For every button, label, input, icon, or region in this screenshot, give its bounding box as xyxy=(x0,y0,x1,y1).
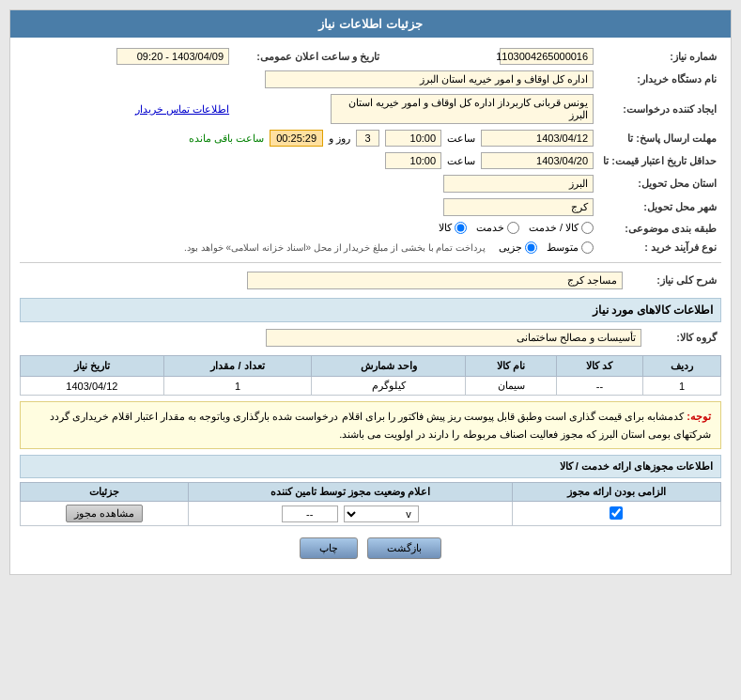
radio-kala-khedmat-input[interactable] xyxy=(581,222,594,234)
category-label: طبقه بندی موضوعی: xyxy=(598,219,721,239)
col-supplier-status: اعلام وضعیت مجوز توسط تامین کننده xyxy=(188,483,512,502)
validity-time: 10:00 xyxy=(385,152,441,169)
goods-table-head: ردیف کد کالا نام کالا واحد شمارش تعداد /… xyxy=(21,356,721,377)
radio-kala-khedmat-label: کالا / خدمت xyxy=(529,222,579,234)
col-name: نام کالا xyxy=(466,356,557,377)
page-title: جزئیات اطلاعات نیاز xyxy=(318,17,422,31)
row-city: شهر محل تحویل: کرج xyxy=(20,195,721,219)
content-area: شماره نیاز: 1103004265000016 تاریخ و ساع… xyxy=(10,38,731,574)
details-cell: مشاهده مجوز xyxy=(21,502,189,526)
radio-kala-input[interactable] xyxy=(455,222,467,234)
radio-khedmat-label: خدمت xyxy=(476,222,504,234)
row-creator: ایجاد کننده درخواست: یونس قربانی کاربردا… xyxy=(20,91,721,127)
service-header-row: الزامی بودن ارائه مجوز اعلام وضعیت مجوز … xyxy=(21,483,721,502)
goods-info-title: اطلاعات کالاهای مورد نیاز xyxy=(20,298,721,322)
process-radio-group: متوسط جزیی xyxy=(499,241,594,254)
service-table-body: v -- مشاهده مجوز xyxy=(21,502,721,526)
note-text: کدمشابه برای قیمت گذاری است وطبق قابل پی… xyxy=(50,411,711,440)
col-qty: تعداد / مقدار xyxy=(163,356,311,377)
validity-date: 1403/04/20 xyxy=(481,152,594,169)
radio-jozi-input[interactable] xyxy=(525,241,537,254)
main-container: جزئیات اطلاعات نیاز شماره نیاز: 11030042… xyxy=(9,9,732,575)
col-row: ردیف xyxy=(642,356,720,377)
note-label: توجه: xyxy=(687,411,711,422)
info-table: شماره نیاز: 1103004265000016 تاریخ و ساع… xyxy=(20,45,721,257)
services-title: اطلاعات مجوزهای ارائه خدمت / کالا xyxy=(20,455,721,478)
buyer-label: نام دستگاه خریدار: xyxy=(598,68,721,91)
goods-group-value: تأسیسات و مصالح ساختمانی xyxy=(266,329,641,347)
province-value: البرز xyxy=(443,175,594,193)
service-table: الزامی بودن ارائه مجوز اعلام وضعیت مجوز … xyxy=(20,482,721,526)
city-label: شهر محل تحویل: xyxy=(598,195,721,219)
reply-date: 1403/04/12 xyxy=(481,130,594,147)
supplier-status-select[interactable]: v xyxy=(344,506,419,522)
page-header: جزئیات اطلاعات نیاز xyxy=(10,10,731,38)
radio-khedmat-input[interactable] xyxy=(507,222,519,234)
supplier-status-value: -- xyxy=(282,506,338,522)
remaining-label: ساعت باقی مانده xyxy=(189,132,264,145)
reply-time: 10:00 xyxy=(385,130,441,147)
buyer-value: اداره کل اوقاف و امور خیریه استان البرز xyxy=(265,70,594,88)
col-mandatory: الزامی بودن ارائه مجوز xyxy=(512,483,720,502)
row-need-desc: شرح کلی نیاز: مساجد کرج xyxy=(20,269,721,292)
radio-kala-label: کالا xyxy=(439,222,452,234)
service-row: v -- مشاهده مجوز xyxy=(21,502,721,526)
service-table-head: الزامی بودن ارائه مجوز اعلام وضعیت مجوز … xyxy=(21,483,721,502)
row-category: طبقه بندی موضوعی: کالا / خدمت خدمت xyxy=(20,219,721,239)
cell-date: 1403/04/12 xyxy=(21,377,164,396)
button-row: بازگشت چاپ xyxy=(20,530,721,567)
radio-motavasset-input[interactable] xyxy=(581,241,594,254)
days-label: روز و xyxy=(329,132,350,145)
mandatory-checkbox[interactable] xyxy=(610,506,623,520)
print-button[interactable]: چاپ xyxy=(300,537,358,559)
validity-label: حداقل تاریخ اعتبار قیمت: تا xyxy=(598,149,721,172)
creator-value: یونس قربانی کاربرداز اداره کل اوقاف و ام… xyxy=(331,94,594,124)
radio-khedmat[interactable]: خدمت xyxy=(476,222,519,234)
note-box: توجه: کدمشابه برای قیمت گذاری است وطبق ق… xyxy=(20,401,721,449)
date-value: 1403/04/09 - 09:20 xyxy=(116,48,229,65)
contact-link[interactable]: اطلاعات تماس خریدار xyxy=(135,103,229,115)
row-validity: حداقل تاریخ اعتبار قیمت: تا 1403/04/20 س… xyxy=(20,149,721,172)
row-province: استان محل تحویل: البرز xyxy=(20,172,721,195)
process-note: پرداخت تمام با بخشی از مبلغ خریدار از مح… xyxy=(184,242,486,253)
validity-time-label-static: ساعت xyxy=(447,155,475,167)
radio-jozi-label: جزیی xyxy=(499,241,522,254)
table-row: 1--سیمانکیلوگرم11403/04/12 xyxy=(21,377,721,396)
radio-kala[interactable]: کالا xyxy=(439,222,467,234)
col-unit: واحد شمارش xyxy=(312,356,466,377)
row-reply-deadline: مهلت ارسال پاسخ: تا 1403/04/12 ساعت 10:0… xyxy=(20,127,721,149)
goods-table-body: 1--سیمانکیلوگرم11403/04/12 xyxy=(21,377,721,396)
radio-motavasset[interactable]: متوسط xyxy=(547,241,594,254)
reply-deadline-label: مهلت ارسال پاسخ: تا xyxy=(598,127,721,149)
col-code: کد کالا xyxy=(556,356,642,377)
col-details: جزئیات xyxy=(21,483,189,502)
col-date: تاریخ نیاز xyxy=(21,356,164,377)
supplier-status-cell: v -- xyxy=(188,502,512,526)
time-label-static: ساعت xyxy=(447,132,475,145)
radio-kala-khedmat[interactable]: کالا / خدمت xyxy=(529,222,594,234)
divider-1 xyxy=(20,262,721,263)
cell-quantity: 1 xyxy=(163,377,311,396)
goods-group-label: گروه کالا: xyxy=(646,326,721,350)
need-number-value: 1103004265000016 xyxy=(500,48,594,65)
need-description-label: شرح کلی نیاز: xyxy=(627,269,721,292)
radio-motavasset-label: متوسط xyxy=(547,241,579,254)
mandatory-cell xyxy=(512,502,720,526)
need-description-table: شرح کلی نیاز: مساجد کرج xyxy=(20,269,721,292)
row-process: نوع فرآیند خرید : متوسط جزیی xyxy=(20,239,721,257)
row-need-number: شماره نیاز: 1103004265000016 تاریخ و ساع… xyxy=(20,45,721,68)
category-radio-group: کالا / خدمت خدمت کالا xyxy=(439,222,594,234)
cell-code: -- xyxy=(556,377,642,396)
process-label: نوع فرآیند خرید : xyxy=(598,239,721,257)
goods-table-header-row: ردیف کد کالا نام کالا واحد شمارش تعداد /… xyxy=(21,356,721,377)
date-label: تاریخ و ساعت اعلان عمومی: xyxy=(234,45,384,68)
need-number-label: شماره نیاز: xyxy=(598,45,721,68)
cell-name: سیمان xyxy=(466,377,557,396)
view-license-button[interactable]: مشاهده مجوز xyxy=(66,505,143,522)
province-label: استان محل تحویل: xyxy=(598,172,721,195)
back-button[interactable]: بازگشت xyxy=(367,537,441,559)
reply-days: 3 xyxy=(356,130,379,147)
row-buyer: نام دستگاه خریدار: اداره کل اوقاف و امور… xyxy=(20,68,721,91)
radio-jozi[interactable]: جزیی xyxy=(499,241,537,254)
goods-group-table: گروه کالا: تأسیسات و مصالح ساختمانی xyxy=(20,326,721,350)
